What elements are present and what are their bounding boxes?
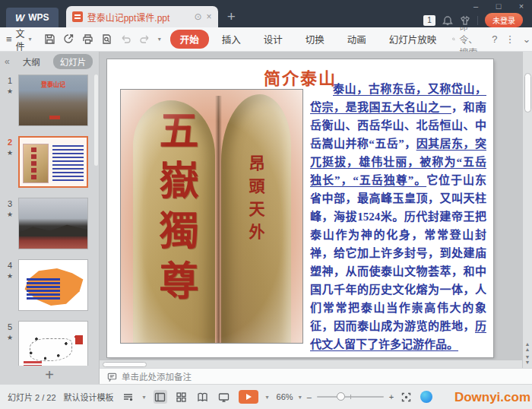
- collapse-ribbon-icon[interactable]: ⌄: [522, 33, 530, 45]
- normal-view-icon[interactable]: [154, 390, 167, 404]
- slide-sorter-view-icon[interactable]: [175, 390, 188, 404]
- tab-outline[interactable]: 大纲: [16, 54, 47, 69]
- zoom-out-button[interactable]: –: [307, 392, 312, 401]
- file-menu-label: 文件: [16, 27, 25, 52]
- zoom-slider-knob[interactable]: [337, 392, 345, 401]
- stone-inscription-left: 五嶽獨尊: [147, 109, 204, 310]
- more-options-icon[interactable]: ⋮: [505, 33, 515, 45]
- next-slide-icon[interactable]: ▼▼: [525, 354, 530, 365]
- zoom-level[interactable]: 66%: [277, 392, 293, 401]
- slide-thumbnail-5[interactable]: 5 ★: [2, 321, 99, 366]
- thumbnail-list: 1 ★ 登泰山记 2 ★: [0, 71, 99, 366]
- titlebar-right: – □ × 1 未登录: [423, 0, 532, 27]
- tab-close-icon[interactable]: ×: [207, 11, 212, 22]
- redo-icon[interactable]: [139, 33, 151, 46]
- thumbnail-mountain-photo: 登泰山记: [19, 75, 87, 125]
- undo-icon[interactable]: [120, 33, 132, 46]
- tab-animations[interactable]: 动画: [337, 30, 376, 49]
- tab-insert[interactable]: 插入: [212, 30, 251, 49]
- notes-placeholder: 单击此处添加备注: [122, 370, 192, 382]
- slide-body-text[interactable]: 泰山，古称东岳，又称岱山，岱宗，是我国五大名山之一，和南岳衡山、西岳华山、北岳恒…: [310, 80, 486, 354]
- skin-icon[interactable]: [460, 15, 470, 26]
- close-button[interactable]: ×: [511, 0, 532, 12]
- quick-access-toolbar: ▾: [44, 33, 161, 46]
- save-icon[interactable]: [44, 33, 56, 46]
- tab-design[interactable]: 设计: [254, 30, 293, 49]
- horizontal-scrollbar-thumb[interactable]: [103, 362, 147, 367]
- file-menu-caret-icon: ▾: [29, 36, 32, 43]
- tab-transitions[interactable]: 切换: [296, 30, 334, 49]
- thumbnail-mountain-flowers-photo: [19, 198, 87, 249]
- tab-home[interactable]: 开始: [170, 30, 209, 49]
- slide-thumbnail-1[interactable]: 1 ★ 登泰山记: [2, 75, 99, 126]
- play-slideshow-button[interactable]: [239, 390, 258, 404]
- tab-slides[interactable]: 幻灯片: [53, 54, 93, 69]
- slide-thumbnail-4[interactable]: 4 ★: [2, 259, 99, 311]
- output-icon[interactable]: [63, 33, 75, 46]
- vertical-scrollbar-thumb[interactable]: [524, 73, 531, 113]
- new-tab-button[interactable]: +: [227, 6, 236, 27]
- tab-slideshow[interactable]: 幻灯片放映: [379, 30, 447, 49]
- panel-tabs: « 大纲 幻灯片: [0, 52, 99, 71]
- tab-pin-icon[interactable]: ⊙: [195, 11, 202, 22]
- slide-number: 4: [8, 261, 12, 270]
- file-menu[interactable]: ≡ 文件 ▾: [6, 27, 32, 52]
- horizontal-scrollbar[interactable]: [100, 360, 522, 368]
- slide-counter: 幻灯片 2 / 22: [8, 391, 56, 403]
- wps-presentation-window: W WPS 登泰山记ppt课件.ppt ⊙ × + – □ × 1: [0, 0, 532, 409]
- wps-menu-button[interactable]: W WPS: [6, 8, 59, 27]
- print-preview-icon[interactable]: [101, 33, 113, 46]
- collapse-panel-icon[interactable]: «: [5, 56, 10, 67]
- zoom-in-button[interactable]: +: [389, 392, 394, 401]
- print-icon[interactable]: [82, 33, 94, 46]
- ribbon-bar: ≡ 文件 ▾ ▾ 开始: [0, 27, 532, 52]
- status-bar: 幻灯片 2 / 22 默认设计模板 ▾ ▾ 66% ▾ – +: [0, 384, 532, 409]
- zoom-caret-icon: ▾: [299, 394, 302, 401]
- reading-view-icon[interactable]: [196, 390, 210, 404]
- thumb-title: 登泰山记: [19, 80, 87, 88]
- quickbar-dropdown-icon[interactable]: ▾: [158, 36, 161, 43]
- maximize-button[interactable]: □: [488, 0, 509, 12]
- help-icon[interactable]: ?: [492, 33, 497, 45]
- window-controls: – □ ×: [465, 0, 532, 12]
- design-template-label[interactable]: 默认设计模板: [64, 391, 114, 403]
- panel-scrollbar[interactable]: [94, 75, 98, 166]
- animation-star-icon: ★: [7, 87, 13, 95]
- document-tab[interactable]: 登泰山记ppt课件.ppt ⊙ ×: [66, 6, 218, 27]
- taishan-stone-image[interactable]: 五嶽獨尊 昂頭天外: [120, 89, 303, 344]
- fit-to-window-icon[interactable]: [399, 390, 413, 404]
- slide-thumbnail-2[interactable]: 2 ★: [2, 136, 99, 188]
- notes-toggle-caret-icon[interactable]: ▾: [143, 394, 146, 401]
- wps-logo-text: WPS: [28, 12, 49, 23]
- minimize-button[interactable]: –: [465, 0, 486, 12]
- vertical-scrollbar[interactable]: ▲▲ ▼▼: [522, 52, 532, 368]
- previous-slide-icon[interactable]: ▲▲: [525, 341, 530, 352]
- login-button[interactable]: 未登录: [485, 13, 523, 27]
- slide-panel: « 大纲 幻灯片 1 ★ 登泰山记: [0, 52, 100, 384]
- document-tab-title: 登泰山记ppt课件.ppt: [87, 11, 190, 24]
- notes-bar[interactable]: 单击此处添加备注: [100, 368, 532, 384]
- wps-logo-icon: W: [15, 12, 24, 24]
- message-count-badge[interactable]: 1: [423, 15, 435, 26]
- notes-icon: [107, 372, 117, 382]
- body-segment: 它位于山东省中部，最高峰玉皇顶，又叫天柱峰，海拔1524米。历代封建帝王把泰山作…: [310, 174, 486, 332]
- animation-star-icon: ★: [7, 149, 13, 157]
- zoom-slider[interactable]: [317, 396, 384, 398]
- notes-toggle-icon[interactable]: [122, 390, 135, 404]
- hamburger-icon: ≡: [6, 33, 12, 45]
- slide-number: 1: [8, 76, 12, 85]
- thumbnail-china-map: [19, 260, 87, 310]
- play-dropdown-icon[interactable]: ▾: [266, 394, 269, 401]
- bell-icon[interactable]: [442, 15, 453, 26]
- slide-thumbnail-3[interactable]: 3 ★: [2, 198, 99, 249]
- thumbnail-current-slide-mini: [20, 138, 87, 186]
- titlebar-separator: [477, 16, 478, 25]
- add-slide-button[interactable]: +: [0, 366, 99, 384]
- search-icon: [452, 34, 455, 44]
- assistant-icon[interactable]: [420, 391, 432, 403]
- slide-page[interactable]: 简介泰山 五嶽獨尊 昂頭天外 泰山，古称东岳，又称岱山，岱宗，是我国五大名山之一…: [107, 59, 493, 357]
- slideshow-view-icon[interactable]: [217, 390, 231, 404]
- slide-number: 5: [8, 322, 12, 331]
- stone-inscription-right: 昂頭天外: [244, 155, 267, 246]
- animation-star-icon: ★: [7, 211, 13, 218]
